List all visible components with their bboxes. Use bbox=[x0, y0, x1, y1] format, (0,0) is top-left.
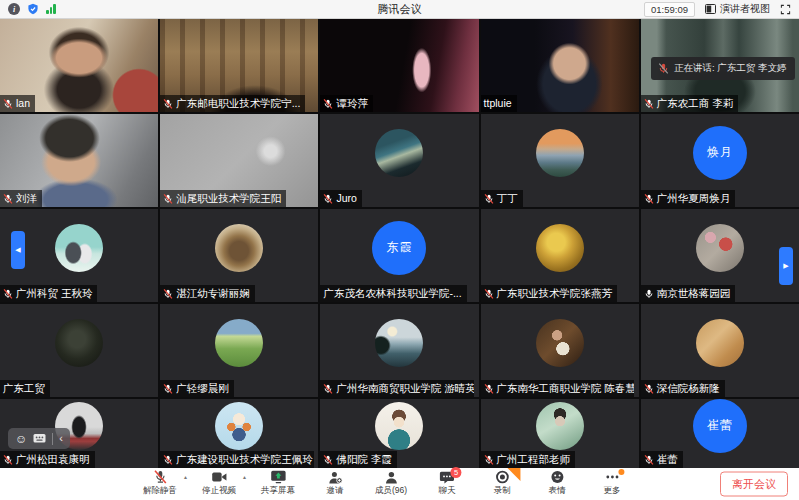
participant-name: 南京世格蒋园园 bbox=[657, 287, 731, 300]
participant-tile[interactable]: 焕月 广州华夏周焕月 bbox=[641, 114, 799, 207]
participant-name-tag: 崔蕾 bbox=[641, 451, 683, 468]
security-shield-icon[interactable] bbox=[27, 3, 39, 15]
app-title: 腾讯会议 bbox=[378, 2, 422, 17]
emoji-button[interactable]: 表情 bbox=[542, 470, 572, 497]
participant-tile[interactable]: 崔蕾 崔蕾 bbox=[641, 399, 799, 468]
stop-video-button[interactable]: ▲ 停止视频 bbox=[202, 470, 236, 497]
speaker-view-toggle[interactable]: 演讲者视图 bbox=[705, 2, 770, 16]
participant-name-tag: Juro bbox=[320, 190, 361, 207]
members-button[interactable]: 成员(96) bbox=[375, 470, 407, 497]
participant-name-tag: lan bbox=[0, 95, 35, 112]
mic-muted-icon bbox=[484, 194, 494, 204]
participant-name-tag: 谭玲萍 bbox=[320, 95, 373, 112]
participant-tile[interactable]: 广东职业技术学院张燕芳 bbox=[481, 209, 639, 302]
participant-name: 深信院杨新隆 bbox=[657, 382, 720, 395]
prev-page-button[interactable]: ◀ bbox=[11, 231, 25, 269]
record-label: 录制 bbox=[494, 485, 511, 497]
unmute-label: 解除静音 bbox=[143, 485, 177, 497]
participant-tile[interactable]: 广东建设职业技术学院王佩玲 bbox=[160, 399, 318, 468]
participant-tile[interactable]: 南京世格蒋园园 bbox=[641, 209, 799, 302]
participant-tile[interactable]: 刘洋 bbox=[0, 114, 158, 207]
participant-tile[interactable]: 广东南华工商职业学院 陈春慧 bbox=[481, 304, 639, 397]
participant-name-tag: 广州华南商贸职业学院 游晴英 bbox=[320, 380, 473, 397]
participant-tile[interactable]: 东霞 广东茂名农林科技职业学院-... bbox=[320, 209, 478, 302]
invite-button[interactable]: 邀请 bbox=[320, 470, 350, 497]
mic-muted-icon bbox=[644, 194, 654, 204]
participant-name: 广东建设职业技术学院王佩玲 bbox=[176, 453, 313, 466]
participant-avatar bbox=[696, 319, 744, 367]
participant-name: 广东职业技术学院张燕芳 bbox=[497, 287, 613, 300]
participant-avatar: 焕月 bbox=[693, 126, 747, 180]
video-grid: lan 广东邮电职业技术学院宁... 谭玲萍 bbox=[0, 19, 799, 468]
avatar-initials: 东霞 bbox=[386, 239, 412, 256]
more-button[interactable]: 更多 bbox=[597, 470, 627, 497]
emoji-reaction-icon[interactable]: ☺ bbox=[15, 433, 27, 445]
participant-name: 广轻缪晨刚 bbox=[176, 382, 229, 395]
more-notification-dot bbox=[618, 469, 624, 475]
collapse-quickbar-icon[interactable]: ‹ bbox=[59, 433, 63, 444]
participant-name-tag: 刘洋 bbox=[0, 190, 42, 207]
quickbar-divider bbox=[52, 433, 53, 445]
invite-label: 邀请 bbox=[326, 485, 343, 497]
participant-tile[interactable]: lan bbox=[0, 19, 158, 112]
leave-meeting-button[interactable]: 离开会议 bbox=[720, 472, 788, 497]
participant-tile[interactable]: Juro bbox=[320, 114, 478, 207]
participant-avatar: 东霞 bbox=[372, 221, 426, 275]
participant-tile[interactable]: 谭玲萍 bbox=[320, 19, 478, 112]
avatar-initials: 焕月 bbox=[707, 144, 733, 161]
participant-tile[interactable]: 汕尾职业技术学院王阳 bbox=[160, 114, 318, 207]
meeting-info-icon[interactable]: i bbox=[8, 3, 20, 15]
fullscreen-icon[interactable] bbox=[780, 4, 791, 15]
participant-tile[interactable]: 广东邮电职业技术学院宁... bbox=[160, 19, 318, 112]
record-button[interactable]: 录制 bbox=[487, 470, 517, 497]
participant-name-tag: 深信院杨新隆 bbox=[641, 380, 725, 397]
participant-name-tag: 广东职业技术学院张燕芳 bbox=[481, 285, 618, 302]
video-options-caret[interactable]: ▲ bbox=[242, 474, 247, 480]
share-screen-label: 共享屏幕 bbox=[261, 485, 295, 497]
participant-name-tag: 广东南华工商职业学院 陈春慧 bbox=[481, 380, 634, 397]
invite-person-icon bbox=[328, 470, 342, 484]
next-page-button[interactable]: ▶ bbox=[779, 247, 793, 285]
meeting-window: i 腾讯会议 01:59:09 演讲者视图 bbox=[0, 0, 799, 500]
title-bar: i 腾讯会议 01:59:09 演讲者视图 bbox=[0, 0, 799, 19]
participant-name: 崔蕾 bbox=[657, 453, 678, 466]
network-signal-icon[interactable] bbox=[46, 4, 56, 14]
record-promo-ribbon bbox=[507, 468, 520, 481]
participant-tile[interactable]: ttpluie bbox=[481, 19, 639, 112]
chat-button[interactable]: 5 聊天 bbox=[432, 470, 462, 497]
caption-keyboard-icon[interactable] bbox=[33, 433, 46, 444]
participant-name-tag: 广东农工商 李莉 bbox=[641, 95, 738, 112]
participant-name: 广东邮电职业技术学院宁... bbox=[176, 97, 300, 110]
participant-tile[interactable]: 广州华南商贸职业学院 游晴英 bbox=[320, 304, 478, 397]
participant-avatar bbox=[536, 319, 584, 367]
participant-avatar bbox=[215, 402, 263, 450]
share-screen-button[interactable]: 共享屏幕 bbox=[261, 470, 295, 497]
members-label: 成员(96) bbox=[375, 485, 407, 497]
participant-name-tag: ttpluie bbox=[481, 95, 517, 112]
participant-avatar bbox=[536, 224, 584, 272]
participant-tile[interactable]: 湛江幼专谢丽娴 bbox=[160, 209, 318, 302]
mic-muted-icon bbox=[163, 384, 173, 394]
unmute-button[interactable]: ▲ 解除静音 bbox=[143, 470, 177, 497]
participant-tile[interactable]: 广轻缪晨刚 bbox=[160, 304, 318, 397]
participant-tile[interactable]: 广州工程部老师 bbox=[481, 399, 639, 468]
participant-tile[interactable]: 丁丁 bbox=[481, 114, 639, 207]
view-toggle-label: 演讲者视图 bbox=[720, 2, 770, 16]
speaking-mic-icon bbox=[658, 63, 669, 74]
stop-video-label: 停止视频 bbox=[202, 485, 236, 497]
participant-name: 汕尾职业技术学院王阳 bbox=[176, 192, 281, 205]
participant-avatar bbox=[536, 129, 584, 177]
participant-tile[interactable]: 广东工贸 bbox=[0, 304, 158, 397]
reaction-quickbar: ☺ ‹ bbox=[8, 428, 70, 449]
speaker-view-layout-icon bbox=[705, 4, 716, 14]
mic-muted-icon bbox=[3, 99, 13, 109]
participant-name-tag: 湛江幼专谢丽娴 bbox=[160, 285, 255, 302]
participant-avatar: 崔蕾 bbox=[693, 399, 747, 453]
participant-avatar bbox=[215, 319, 263, 367]
more-label: 更多 bbox=[604, 485, 621, 497]
mute-options-caret[interactable]: ▲ bbox=[183, 474, 188, 480]
participant-name-tag: 广州科贸 王秋玲 bbox=[0, 285, 97, 302]
participant-tile[interactable]: 深信院杨新隆 bbox=[641, 304, 799, 397]
participant-tile[interactable]: 佛阳院 李霞 bbox=[320, 399, 478, 468]
mic-muted-icon bbox=[323, 455, 333, 465]
